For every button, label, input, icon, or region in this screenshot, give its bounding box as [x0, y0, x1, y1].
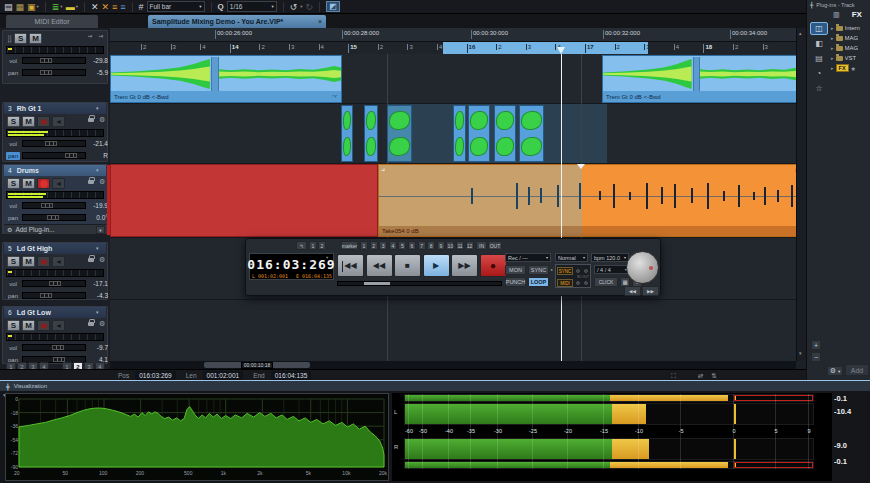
- marker-button-5[interactable]: 5: [398, 241, 406, 250]
- marker-button-12[interactable]: 12: [466, 241, 474, 250]
- solo-button[interactable]: S: [7, 178, 20, 189]
- record-arm-button[interactable]: [37, 116, 50, 127]
- collapse-caret-icon[interactable]: ▾: [96, 167, 99, 173]
- marker-button-7[interactable]: 7: [418, 241, 426, 250]
- quantize-dropdown[interactable]: 1/16▾: [227, 1, 277, 12]
- tab-midi-editor[interactable]: MIDI Editor: [6, 15, 98, 28]
- marker-button-10[interactable]: 10: [446, 241, 454, 250]
- track-vol-slider[interactable]: [22, 202, 86, 209]
- audio-clip-rhythm[interactable]: [494, 105, 516, 162]
- solo-button[interactable]: S: [7, 320, 20, 331]
- vol-slider-handle[interactable]: [45, 141, 57, 146]
- transport-stop-button[interactable]: ■: [394, 254, 421, 277]
- transport-preset-1[interactable]: 1: [309, 241, 317, 250]
- marker-label-button[interactable]: marker: [341, 241, 358, 250]
- record-mode-dropdown[interactable]: Rec / —▾: [505, 253, 551, 262]
- audio-clip-drums[interactable]: Take054 0 dB⊿◉: [378, 164, 806, 237]
- redo-button[interactable]: ↻: [306, 2, 314, 12]
- object-editor-icon[interactable]: ≣ ▾: [52, 2, 63, 12]
- monitor-button[interactable]: MON: [505, 265, 526, 275]
- snap-grid-dropdown[interactable]: Full bar▾: [147, 1, 205, 12]
- marker-button-3[interactable]: 3: [379, 241, 387, 250]
- marker-button-11[interactable]: 11: [456, 241, 464, 250]
- collapse-caret-icon[interactable]: ▾: [96, 245, 99, 251]
- marker-button-1[interactable]: 1: [360, 241, 368, 250]
- audio-clip-rhythm[interactable]: [387, 105, 412, 162]
- audio-clip-rhythm[interactable]: [519, 105, 544, 162]
- mute-button[interactable]: M: [22, 256, 35, 267]
- fit-view-icon[interactable]: ⛶: [671, 372, 676, 380]
- speaker-mute-button[interactable]: ◄: [52, 178, 65, 189]
- jog-back-button[interactable]: ◀◀: [624, 286, 641, 296]
- audio-clip-trem[interactable]: Trem Gt 0 dB <-Bwd☞: [602, 55, 806, 103]
- speaker-mute-button[interactable]: ◄: [52, 256, 65, 267]
- grid-icon[interactable]: #: [139, 2, 144, 12]
- add-plugin-button[interactable]: Add: [845, 364, 869, 376]
- drag-grip-icon[interactable]: ⣿: [7, 35, 12, 43]
- mute-button[interactable]: M: [22, 116, 35, 127]
- arrange-area[interactable]: Trem Gt 0 dB <-Bwd☞Trem Gt 0 dB <-Bwd☞Ta…: [110, 54, 806, 361]
- loop-button[interactable]: LOOP: [528, 277, 549, 287]
- lock-icon[interactable]: [88, 118, 94, 122]
- track-pan-slider[interactable]: [22, 292, 86, 299]
- transport-record-button[interactable]: ●: [480, 254, 507, 277]
- tab-project[interactable]: Samplitude Mixing Demo - You Are.VIP* ×: [148, 15, 326, 28]
- speaker-mute-button[interactable]: ◄: [52, 320, 65, 331]
- pan-slider-handle[interactable]: [40, 70, 52, 75]
- mute-button[interactable]: M: [22, 320, 35, 331]
- collapse-caret-icon[interactable]: ▾: [96, 105, 99, 111]
- track-title-bar[interactable]: 6Ld Gt Low▾: [4, 307, 106, 318]
- jog-wheel[interactable]: [626, 251, 659, 284]
- undo-caret[interactable]: ▾: [300, 4, 302, 9]
- crossfade-editor-button[interactable]: ◩: [326, 1, 340, 12]
- grid-options-icon[interactable]: ▪▾: [99, 33, 103, 39]
- transport-go-to-start-button[interactable]: ◀◀: [337, 254, 364, 277]
- instruments-icon[interactable]: ▥: [833, 11, 840, 19]
- track-pan-slider[interactable]: [22, 69, 86, 76]
- panel-settings-button[interactable]: ⚙▾: [827, 366, 843, 376]
- audio-clip-rhythm[interactable]: [468, 105, 490, 162]
- audio-clip-trem[interactable]: Trem Gt 0 dB <-Bwd☞: [110, 55, 342, 103]
- pan-slider-handle[interactable]: [40, 293, 52, 298]
- punch-out-button[interactable]: OUT: [488, 241, 502, 250]
- audio-clip-red[interactable]: [110, 164, 378, 237]
- keys-view-icon[interactable]: ▤: [810, 52, 828, 65]
- transport-forward-button[interactable]: ▶▶: [451, 254, 478, 277]
- gear-icon[interactable]: ⚙: [99, 320, 105, 328]
- track-vol-slider[interactable]: [22, 57, 86, 64]
- signature-dropdown[interactable]: / 4 / 4▾: [594, 265, 630, 274]
- track-pan-slider[interactable]: [22, 152, 86, 159]
- marker-button-6[interactable]: 6: [408, 241, 416, 250]
- track-title-bar[interactable]: 5Ld Gt High▾: [4, 243, 106, 254]
- audio-clip-rhythm[interactable]: [364, 105, 378, 162]
- track-vol-slider[interactable]: [22, 280, 86, 287]
- scroll-up-icon[interactable]: ▴: [799, 30, 805, 36]
- jog-forward-button[interactable]: ▶▶: [642, 286, 659, 296]
- solo-button[interactable]: S: [7, 256, 20, 267]
- panel-minus-button[interactable]: −: [811, 352, 821, 362]
- mouse-mode-icon[interactable]: ✕: [91, 2, 99, 12]
- playhead-marker[interactable]: [557, 47, 565, 54]
- new-project-icon[interactable]: ▤: [4, 2, 13, 12]
- solo-button[interactable]: S: [14, 33, 27, 44]
- gear-icon[interactable]: ⚙: [99, 116, 105, 124]
- collapse-caret-icon[interactable]: ▾: [96, 309, 99, 315]
- vol-slider-handle[interactable]: [41, 203, 53, 208]
- hzoom-icon[interactable]: ⇄: [698, 372, 703, 380]
- object-editor-icon-caret[interactable]: ▾: [60, 4, 62, 9]
- scrub-thumb[interactable]: [364, 282, 390, 285]
- favorites-view-icon[interactable]: ☆: [810, 82, 828, 95]
- save-project-icon[interactable]: ▣ ▾: [27, 2, 39, 12]
- visualization-header[interactable]: ╋ Visualization: [0, 380, 870, 391]
- click-button[interactable]: CLICK: [594, 277, 618, 287]
- lock-icon[interactable]: [88, 322, 94, 326]
- clip-edit-icon[interactable]: ⊿: [381, 166, 387, 172]
- pan-slider-handle[interactable]: [65, 153, 77, 158]
- recent-view-icon[interactable]: ◔: [810, 67, 828, 80]
- marker-button-9[interactable]: 9: [437, 241, 445, 250]
- punch-button[interactable]: PUNCH: [505, 277, 526, 287]
- record-arm-button[interactable]: [37, 256, 50, 267]
- scroll-down-icon[interactable]: ▾: [799, 350, 805, 356]
- chevron-down-icon[interactable]: ▾: [96, 226, 105, 234]
- vol-slider-handle[interactable]: [40, 58, 52, 63]
